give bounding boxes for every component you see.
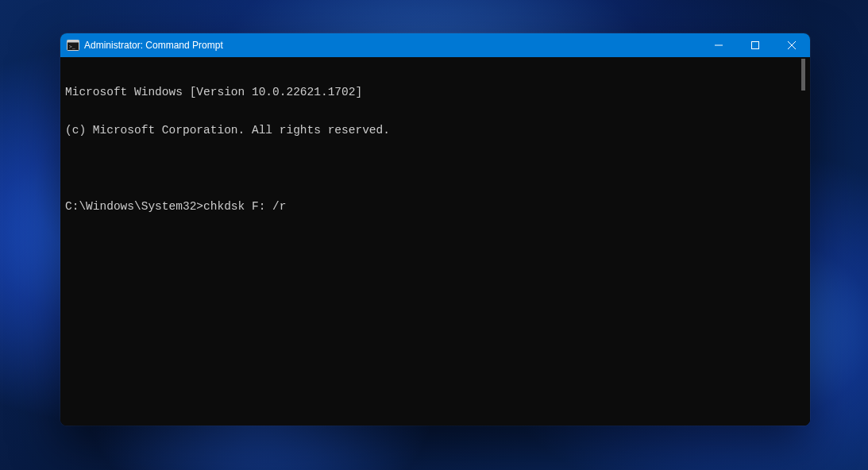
svg-rect-4: [752, 42, 759, 49]
copyright-line: (c) Microsoft Corporation. All rights re…: [65, 124, 805, 137]
terminal-output-area[interactable]: Microsoft Windows [Version 10.0.22621.17…: [60, 57, 810, 426]
scrollbar-thumb[interactable]: [801, 59, 805, 91]
command-prompt-icon: >_: [67, 39, 79, 52]
titlebar[interactable]: >_ Administrator: Command Prompt: [60, 33, 810, 57]
prompt-path: C:\Windows\System32>: [65, 200, 203, 213]
maximize-button[interactable]: [737, 33, 773, 57]
command-prompt-window: >_ Administrator: Command Prompt Microso…: [60, 33, 810, 426]
minimize-button[interactable]: [700, 33, 737, 57]
blank-line: [65, 162, 805, 175]
close-button[interactable]: [773, 33, 810, 57]
version-line: Microsoft Windows [Version 10.0.22621.17…: [65, 86, 805, 98]
window-controls: [700, 33, 810, 57]
typed-command: chkdsk F: /r: [203, 200, 286, 213]
svg-text:>_: >_: [69, 44, 75, 50]
window-title: Administrator: Command Prompt: [84, 40, 223, 51]
prompt-line: C:\Windows\System32>chkdsk F: /r: [65, 200, 805, 213]
svg-rect-1: [68, 40, 79, 43]
vertical-scrollbar[interactable]: [799, 57, 810, 426]
